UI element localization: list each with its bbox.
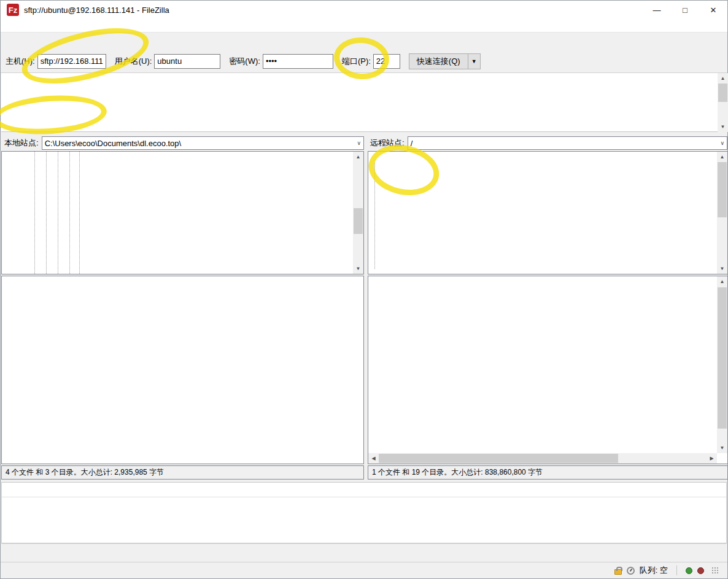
- remote-file-list: [368, 276, 728, 464]
- chevron-down-icon[interactable]: ∨: [720, 140, 724, 146]
- remote-site-label: 远程站点:: [370, 138, 405, 149]
- pane-splitter[interactable]: [364, 136, 368, 480]
- status-green-indicator-icon: [686, 567, 692, 574]
- remote-site-combo[interactable]: / ∨: [408, 136, 727, 150]
- window-title: sftp://ubuntu@192.168.111.141 - FileZill…: [24, 6, 169, 15]
- scroll-up-icon[interactable]: ▲: [717, 276, 727, 287]
- maximize-button-icon[interactable]: □: [671, 1, 699, 19]
- local-site-combo[interactable]: C:\Users\ecoo\Documents\dl.ecoo.top\ ∨: [42, 136, 364, 150]
- remote-tree-pane: ▲ ▼: [368, 151, 728, 274]
- filezilla-window: Fz sftp://ubuntu@192.168.111.141 - FileZ…: [0, 0, 728, 579]
- host-label: 主机(H):: [6, 56, 35, 67]
- local-site-bar: 本地站点: C:\Users\ecoo\Documents\dl.ecoo.to…: [4, 135, 364, 151]
- remote-site-bar: 远程站点: / ∨: [370, 135, 727, 151]
- remote-tree-scrollbar[interactable]: ▲ ▼: [717, 152, 727, 274]
- chevron-down-icon[interactable]: ∨: [357, 140, 361, 146]
- resize-grip-icon[interactable]: [711, 567, 719, 574]
- scroll-up-icon[interactable]: ▲: [717, 152, 727, 162]
- host-input[interactable]: sftp://192.168.111: [37, 54, 106, 69]
- local-summary: 4 个文件 和 3 个目录。大小总计: 2,935,985 字节: [1, 465, 364, 480]
- remote-list-hscrollbar[interactable]: ◀ ▶: [368, 453, 717, 464]
- local-site-label: 本地站点:: [4, 138, 39, 149]
- toolbar: [1, 33, 727, 50]
- local-tree-scrollbar[interactable]: ▲ ▼: [353, 152, 363, 274]
- speed-limit-icon[interactable]: [627, 567, 635, 575]
- minimize-button-icon[interactable]: —: [643, 1, 671, 19]
- scroll-right-icon[interactable]: ▶: [707, 453, 717, 464]
- scroll-up-icon[interactable]: ▲: [718, 73, 728, 84]
- port-label: 端口(P):: [342, 56, 371, 67]
- scroll-down-icon[interactable]: ▼: [353, 263, 363, 274]
- close-button-icon[interactable]: ✕: [699, 1, 727, 19]
- remote-list-scrollbar[interactable]: ▲ ▼: [717, 276, 727, 453]
- menu-bar: [1, 19, 727, 33]
- username-label: 用户名(U):: [115, 56, 152, 67]
- scrollbar-thumb[interactable]: [718, 84, 727, 102]
- scroll-down-icon[interactable]: ▼: [717, 443, 727, 453]
- password-label: 密码(W):: [229, 56, 260, 67]
- lock-icon: [614, 569, 622, 575]
- scroll-up-icon[interactable]: ▲: [353, 152, 363, 162]
- status-bar: 队列: 空: [1, 562, 727, 578]
- status-red-indicator-icon: [697, 567, 704, 574]
- password-input[interactable]: ••••: [263, 54, 333, 69]
- message-log-scrollbar[interactable]: ▲ ▼: [718, 73, 728, 132]
- queue-status: 队列: 空: [640, 565, 668, 576]
- remote-summary: 1 个文件 和 19 个目录。大小总计: 838,860,800 字节: [368, 465, 728, 480]
- scrollbar-thumb[interactable]: [379, 454, 618, 463]
- local-site-path: C:\Users\ecoo\Documents\dl.ecoo.top\: [45, 139, 182, 148]
- transfer-queue-pane: [1, 482, 727, 543]
- title-bar: Fz sftp://ubuntu@192.168.111.141 - FileZ…: [1, 1, 727, 19]
- local-tree-pane: ▲ ▼: [1, 151, 364, 274]
- quickconnect-button[interactable]: 快速连接(Q): [409, 53, 468, 69]
- scroll-down-icon[interactable]: ▼: [718, 122, 728, 132]
- quickconnect-bar: 主机(H): sftp://192.168.111 用户名(U): ubuntu…: [1, 50, 727, 73]
- remote-site-path: /: [411, 139, 413, 148]
- message-log: [1, 73, 727, 132]
- queue-tab-strip: [1, 543, 727, 563]
- port-input[interactable]: 22: [373, 54, 400, 69]
- scroll-down-icon[interactable]: ▼: [717, 263, 727, 274]
- filezilla-logo-icon: Fz: [7, 4, 19, 16]
- scrollbar-thumb[interactable]: [718, 287, 727, 429]
- quickconnect-dropdown-icon[interactable]: ▼: [468, 53, 481, 69]
- username-input[interactable]: ubuntu: [154, 54, 220, 69]
- scrollbar-thumb[interactable]: [354, 208, 363, 234]
- scroll-left-icon[interactable]: ◀: [368, 453, 379, 464]
- scrollbar-thumb[interactable]: [718, 162, 727, 217]
- local-file-list: [1, 276, 364, 464]
